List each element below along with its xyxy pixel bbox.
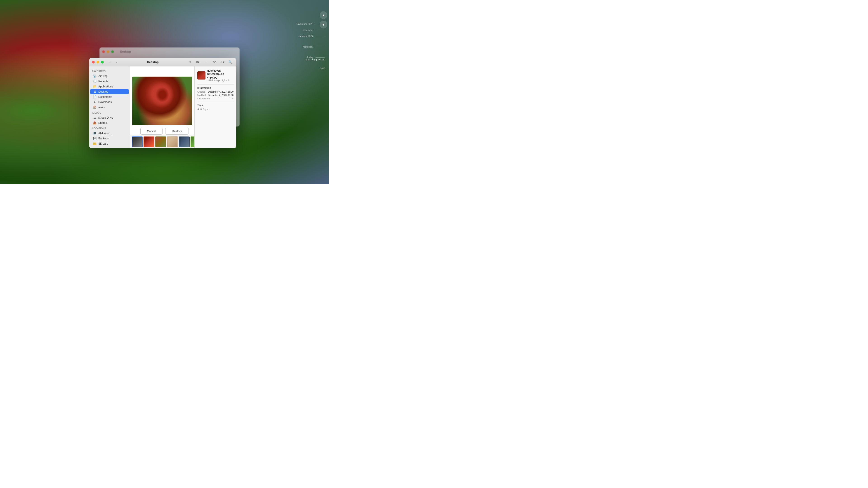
- thumbnail-3[interactable]: [155, 136, 166, 147]
- file-name: duonguyen-Dy1mgoQ...sh copy.jpg: [207, 69, 234, 79]
- info-divider-1: [197, 85, 234, 85]
- tag-icon[interactable]: ⌥: [211, 59, 217, 65]
- toolbar-actions: ⊞ ≡▾ ↑ ⌥ ☺▾ 🔍: [186, 59, 234, 65]
- sidebar-item-documents[interactable]: 📄 Documents: [90, 94, 129, 99]
- sidebar-icloud-label: iCloud Drive: [98, 116, 113, 119]
- restore-button[interactable]: Restore: [165, 128, 189, 135]
- forward-button[interactable]: ›: [114, 59, 119, 65]
- info-panel: duonguyen-Dy1mgoQ...sh copy.jpg JPEG ima…: [194, 66, 236, 148]
- close-button[interactable]: [92, 61, 95, 64]
- last-opened-row: Last opened ··: [197, 97, 234, 100]
- tm-entry-january[interactable]: January 2024: [298, 35, 324, 37]
- sidebar-applications-label: Applications: [98, 85, 113, 88]
- action-icon[interactable]: ☺▾: [219, 59, 225, 65]
- view-toggle-icon[interactable]: ⊞: [186, 59, 193, 65]
- thumbnail-5[interactable]: [179, 136, 190, 147]
- computer-icon: 💻: [93, 131, 96, 135]
- thumbnail-4[interactable]: [167, 136, 178, 147]
- favorites-header: Favorites: [89, 68, 130, 73]
- tm-entry-december[interactable]: December: [302, 29, 324, 31]
- thumbnail-6[interactable]: [191, 136, 194, 147]
- tm-entry-yesterday[interactable]: Yesterday: [302, 45, 324, 48]
- chicken-photo: [132, 76, 192, 125]
- view-options-icon[interactable]: ≡▾: [195, 59, 201, 65]
- thumbnail-strip: [130, 135, 194, 148]
- time-machine-timeline: November 2023 December January 2024 Yest…: [296, 23, 324, 73]
- tm-entry-today[interactable]: Today: [307, 56, 324, 59]
- documents-icon: 📄: [93, 95, 96, 98]
- modified-row: Modified December 4, 2023, 18:00: [197, 94, 234, 96]
- finder-window: ‹ › Desktop ⊞ ≡▾ ↑ ⌥ ☺▾ 🔍 Favorites 📡 Ai…: [89, 58, 236, 148]
- shared-icon: 📤: [93, 121, 96, 125]
- tm-entry-november[interactable]: November 2023: [296, 23, 324, 25]
- sidebar-sdcard-label: SD card: [98, 142, 108, 145]
- sidebar-item-desktop[interactable]: 🖥 Desktop: [90, 89, 129, 94]
- sidebar-item-sdcard[interactable]: 💳 SD card: [90, 141, 129, 146]
- applications-icon: 📁: [93, 85, 96, 88]
- action-buttons: Cancel Restore: [141, 128, 189, 135]
- information-header: Information: [197, 87, 234, 89]
- finder-content: duonguyen-Dy1mgoQ...sh copy.jpg JPEG ima…: [130, 66, 236, 148]
- search-icon[interactable]: 🔍: [227, 59, 234, 65]
- tags-section-header: Tags: [197, 104, 234, 106]
- bg-minimize-dot: [107, 51, 110, 53]
- sidebar-recents-label: Recents: [98, 80, 108, 83]
- cancel-button[interactable]: Cancel: [141, 128, 162, 135]
- file-browser: [130, 66, 194, 148]
- back-button[interactable]: ‹: [107, 59, 113, 65]
- sidebar-item-downloads[interactable]: ⬇ Downloads: [90, 99, 129, 105]
- sidebar-item-backups[interactable]: 💾 Backups: [90, 136, 129, 141]
- thumbnail-2[interactable]: [144, 136, 154, 147]
- file-thumbnail-icon: [197, 71, 206, 79]
- created-label: Created: [197, 91, 206, 93]
- sidebar-item-aleksandr[interactable]: 💻 Aleksandr...: [90, 131, 129, 136]
- info-file-header: duonguyen-Dy1mgoQ...sh copy.jpg JPEG ima…: [197, 69, 234, 82]
- file-type: JPEG image · 2,7 MB: [207, 79, 234, 82]
- airdrop-icon: 📡: [93, 74, 96, 78]
- tags-header: Tags: [89, 146, 130, 148]
- recents-icon: 🕐: [93, 79, 96, 83]
- finder-bg-titlebar: Desktop: [99, 47, 240, 56]
- file-info-text: duonguyen-Dy1mgoQ...sh copy.jpg JPEG ima…: [207, 69, 234, 82]
- icloud-header: iCloud: [89, 110, 130, 115]
- sidebar-item-applications[interactable]: 📁 Applications: [90, 84, 129, 89]
- home-icon: 🏠: [93, 105, 96, 109]
- finder-titlebar: ‹ › Desktop ⊞ ≡▾ ↑ ⌥ ☺▾ 🔍: [89, 58, 236, 66]
- last-opened-value: ··: [232, 97, 234, 100]
- created-row: Created December 4, 2023, 18:00: [197, 91, 234, 93]
- tags-section: Tags Add Tags...: [197, 104, 234, 110]
- sidebar-documents-label: Documents: [98, 95, 112, 98]
- sidebar-item-recents[interactable]: 🕐 Recents: [90, 78, 129, 84]
- sidebar-item-shared[interactable]: 📤 Shared: [90, 120, 129, 125]
- modified-value: December 4, 2023, 18:00: [208, 94, 234, 96]
- sidebar-aleksandr-label: Aleksandr...: [98, 132, 113, 135]
- thumbnail-1[interactable]: [132, 136, 143, 147]
- sidebar-item-icloud-drive[interactable]: ☁ iCloud Drive: [90, 115, 129, 120]
- sidebar-downloads-label: Downloads: [98, 101, 112, 104]
- info-divider-2: [197, 102, 234, 102]
- sidebar-backups-label: Backups: [98, 137, 109, 140]
- created-value: December 4, 2023, 18:00: [208, 91, 234, 93]
- desktop-icon: 🖥: [93, 90, 96, 93]
- icloud-icon: ☁: [93, 116, 96, 119]
- window-title: Desktop: [121, 60, 185, 64]
- tm-entry-now[interactable]: Now: [320, 67, 324, 69]
- bg-fullscreen-dot: [111, 51, 114, 53]
- time-machine-timestamp: 19.01.2024, 20:09: [305, 59, 324, 61]
- finder-bg-title: Desktop: [120, 50, 131, 53]
- time-machine-up-button[interactable]: ▲: [320, 11, 327, 19]
- locations-header: Locations: [89, 125, 130, 131]
- add-tags-field[interactable]: Add Tags...: [197, 108, 234, 110]
- fullscreen-button[interactable]: [101, 61, 104, 64]
- sidebar-aleks-label: aleks: [98, 106, 105, 109]
- bg-close-dot: [102, 51, 105, 53]
- minimize-button[interactable]: [96, 61, 99, 64]
- modified-label: Modified: [197, 94, 206, 96]
- sidebar-item-aleks[interactable]: 🏠 aleks: [90, 105, 129, 110]
- sdcard-icon: 💳: [93, 142, 96, 145]
- share-icon[interactable]: ↑: [203, 59, 209, 65]
- sidebar-item-airdrop[interactable]: 📡 AirDrop: [90, 73, 129, 78]
- backup-icon: 💾: [93, 137, 96, 140]
- preview-area: [130, 66, 194, 135]
- finder-body: Favorites 📡 AirDrop 🕐 Recents 📁 Applicat…: [89, 66, 236, 148]
